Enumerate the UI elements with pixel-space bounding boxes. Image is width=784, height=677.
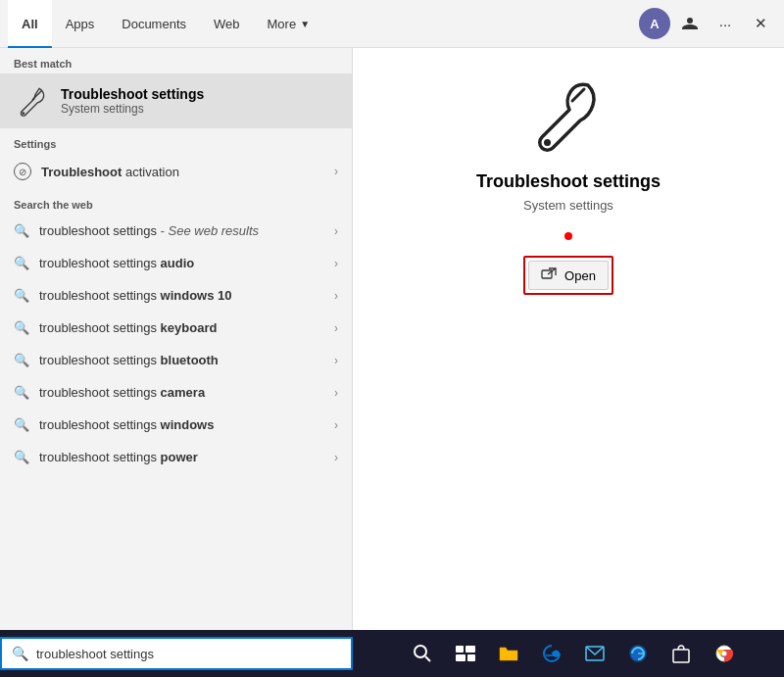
tab-all[interactable]: All <box>8 0 52 48</box>
svg-rect-9 <box>467 654 475 661</box>
taskbar-icons <box>363 635 784 672</box>
edge-new-icon[interactable] <box>619 635 657 672</box>
web-item-7[interactable]: 🔍 troubleshoot settings power › <box>0 441 352 473</box>
mail-icon[interactable] <box>576 635 613 672</box>
taskbar: 🔍 troubleshoot settings <box>0 630 784 677</box>
tab-web[interactable]: Web <box>200 0 254 48</box>
chevron-right-icon-4: › <box>334 354 338 367</box>
svg-point-0 <box>23 112 25 115</box>
web-section-label: Search the web <box>0 189 352 215</box>
best-match-subtitle: System settings <box>61 102 204 116</box>
tab-more[interactable]: More ▼ <box>254 0 324 48</box>
open-icon <box>541 267 557 283</box>
edge-icon[interactable] <box>533 635 570 672</box>
settings-item-left: ⊘ Troubleshoot activation <box>14 163 179 180</box>
search-icon-0: 🔍 <box>14 223 29 238</box>
open-label: Open <box>564 268 596 283</box>
tab-apps[interactable]: Apps <box>52 0 109 48</box>
file-explorer-icon[interactable] <box>490 635 527 672</box>
search-panel: All Apps Documents Web More ▼ A ··· ✕ <box>0 0 784 637</box>
taskbar-search-box[interactable]: 🔍 troubleshoot settings <box>0 637 353 670</box>
open-button[interactable]: Open <box>528 261 609 290</box>
best-match-label: Best match <box>0 48 352 73</box>
best-match-text: Troubleshoot settings System settings <box>61 86 204 116</box>
web-item-0[interactable]: 🔍 troubleshoot settings - See web result… <box>0 215 352 247</box>
chevron-right-icon-0: › <box>334 224 338 238</box>
ellipsis-icon[interactable]: ··· <box>710 8 741 39</box>
search-icon-2: 🔍 <box>14 288 29 303</box>
chevron-right-icon-1: › <box>334 257 338 270</box>
settings-activation-label: Troubleshoot activation <box>41 165 179 179</box>
web-item-5[interactable]: 🔍 troubleshoot settings camera › <box>0 376 352 409</box>
right-title: Troubleshoot settings <box>476 171 661 192</box>
search-icon-7: 🔍 <box>14 450 29 464</box>
svg-point-2 <box>544 139 551 146</box>
tab-documents[interactable]: Documents <box>108 0 200 48</box>
web-item-3[interactable]: 🔍 troubleshoot settings keyboard › <box>0 312 352 344</box>
web-item-1[interactable]: 🔍 troubleshoot settings audio › <box>0 247 352 279</box>
settings-activation-item[interactable]: ⊘ Troubleshoot activation › <box>0 154 352 189</box>
svg-rect-6 <box>456 646 464 653</box>
chrome-icon[interactable] <box>706 635 743 672</box>
right-panel: Troubleshoot settings System settings Op… <box>353 48 784 637</box>
left-panel: Best match Troubleshoot settings System … <box>0 48 353 637</box>
settings-section-label: Settings <box>0 128 352 154</box>
svg-rect-12 <box>673 650 689 662</box>
wrench-icon <box>14 83 49 119</box>
search-icon-4: 🔍 <box>14 353 29 367</box>
open-btn-highlight: Open <box>523 256 613 295</box>
search-icon-1: 🔍 <box>14 256 29 270</box>
person-icon[interactable] <box>674 8 706 39</box>
red-dot-indicator <box>564 232 572 240</box>
svg-line-5 <box>425 656 430 661</box>
right-subtitle: System settings <box>523 198 613 213</box>
taskbar-search-icon: 🔍 <box>12 646 28 661</box>
close-icon[interactable]: ✕ <box>745 8 776 39</box>
web-item-4[interactable]: 🔍 troubleshoot settings bluetooth › <box>0 344 352 376</box>
chevron-right-icon: › <box>334 165 338 178</box>
avatar[interactable]: A <box>639 8 670 39</box>
chevron-right-icon-5: › <box>334 386 338 400</box>
svg-rect-3 <box>542 270 552 278</box>
web-item-2[interactable]: 🔍 troubleshoot settings windows 10 › <box>0 279 352 312</box>
svg-rect-8 <box>456 654 466 661</box>
svg-point-4 <box>415 646 426 657</box>
right-wrench-icon <box>529 77 608 156</box>
more-chevron-icon: ▼ <box>300 19 310 29</box>
best-match-item[interactable]: Troubleshoot settings System settings <box>0 73 352 128</box>
search-icon-3: 🔍 <box>14 320 29 335</box>
store-icon[interactable] <box>662 635 700 672</box>
header-tabs: All Apps Documents Web More ▼ A ··· ✕ <box>0 0 784 48</box>
svg-rect-7 <box>466 646 475 653</box>
search-icon-5: 🔍 <box>14 385 29 400</box>
task-view-icon[interactable] <box>447 635 484 672</box>
chevron-right-icon-7: › <box>334 451 338 464</box>
best-match-title: Troubleshoot settings <box>61 86 204 102</box>
search-icon-6: 🔍 <box>14 417 29 432</box>
chevron-right-icon-6: › <box>334 418 338 432</box>
prohibition-icon: ⊘ <box>14 163 31 180</box>
start-search-icon[interactable] <box>404 635 441 672</box>
taskbar-search-text: troubleshoot settings <box>36 647 341 661</box>
web-item-6[interactable]: 🔍 troubleshoot settings windows › <box>0 409 352 441</box>
content-area: Best match Troubleshoot settings System … <box>0 48 784 637</box>
svg-point-15 <box>722 652 727 656</box>
chevron-right-icon-3: › <box>334 321 338 335</box>
header-actions: A ··· ✕ <box>639 8 776 39</box>
chevron-right-icon-2: › <box>334 289 338 303</box>
